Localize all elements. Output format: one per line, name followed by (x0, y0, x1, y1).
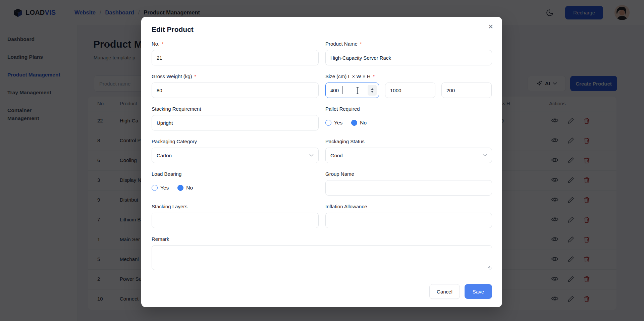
field-no: No.* (152, 41, 319, 65)
field-load-bearing: Load Bearing Yes No (152, 171, 319, 196)
required-asterisk: * (360, 41, 362, 47)
text-caret (342, 86, 342, 94)
field-group-name: Group Name (325, 171, 492, 196)
field-pallet-required: Pallet Required Yes No (325, 106, 492, 130)
chevron-down-icon (309, 154, 314, 157)
size-height-input[interactable] (441, 83, 492, 98)
stacking-requirement-input[interactable] (152, 115, 319, 130)
save-button[interactable]: Save (465, 284, 492, 299)
required-asterisk: * (162, 41, 163, 47)
pallet-required-no-radio[interactable]: No (351, 120, 367, 126)
size-width-input[interactable] (385, 83, 435, 98)
field-label: Stacking Layers (152, 204, 319, 210)
chevron-down-icon (483, 154, 487, 157)
cancel-button[interactable]: Cancel (429, 284, 460, 299)
field-label: Packaging Category (152, 139, 319, 145)
field-remark: Remark (152, 236, 492, 271)
spinner-up-icon[interactable] (371, 88, 374, 90)
close-icon[interactable]: ✕ (488, 23, 493, 30)
field-label: Remark (152, 236, 492, 242)
select-value: Carton (157, 153, 172, 158)
required-asterisk: * (373, 74, 374, 79)
pallet-required-yes-radio[interactable]: Yes (325, 120, 342, 126)
field-label: Group Name (325, 171, 492, 177)
field-packaging-category: Packaging Category Carton (152, 139, 319, 163)
field-label: Inflation Allowance (325, 204, 492, 210)
radio-checked-icon (177, 185, 183, 191)
number-spinner[interactable] (368, 85, 377, 96)
spinner-down-icon[interactable] (371, 91, 374, 93)
inflation-allowance-input[interactable] (325, 213, 492, 228)
load-bearing-yes-radio[interactable]: Yes (152, 185, 169, 191)
modal-footer: Cancel Save (152, 284, 492, 299)
field-size: Size (cm) L × W × H* (325, 73, 492, 98)
radio-unchecked-icon (325, 120, 331, 126)
gross-weight-input[interactable] (152, 83, 319, 98)
radio-unchecked-icon (152, 185, 158, 191)
edit-product-modal: ✕ Edit Product No.* Product Name* Gross … (141, 17, 502, 307)
required-asterisk: * (195, 74, 196, 79)
ibeam-cursor-icon (356, 87, 360, 95)
field-product-name: Product Name* (325, 41, 492, 65)
field-label: Size (cm) L × W × H* (325, 73, 492, 79)
packaging-category-select[interactable]: Carton (152, 148, 319, 163)
field-label: Product Name* (325, 41, 492, 47)
no-input[interactable] (152, 50, 319, 65)
field-label: Packaging Status (325, 139, 492, 145)
product-name-input[interactable] (325, 50, 492, 65)
remark-textarea[interactable] (152, 245, 492, 270)
modal-title: Edit Product (152, 25, 492, 34)
load-bearing-no-radio[interactable]: No (177, 185, 193, 191)
resize-handle-icon[interactable] (487, 265, 490, 269)
stacking-layers-input[interactable] (152, 213, 319, 228)
field-inflation-allowance: Inflation Allowance (325, 204, 492, 228)
field-stacking-layers: Stacking Layers (152, 204, 319, 228)
field-label: No.* (152, 41, 319, 47)
packaging-status-select[interactable]: Good (325, 148, 492, 163)
field-stacking-requirement: Stacking Requirement (152, 106, 319, 130)
select-value: Good (330, 153, 343, 158)
field-label: Stacking Requirement (152, 106, 319, 112)
group-name-input[interactable] (325, 180, 492, 196)
field-label: Pallet Required (325, 106, 492, 112)
radio-checked-icon (351, 120, 357, 126)
field-label: Gross Weight (kg)* (152, 73, 319, 79)
field-label: Load Bearing (152, 171, 319, 177)
field-gross-weight: Gross Weight (kg)* (152, 73, 319, 98)
field-packaging-status: Packaging Status Good (325, 139, 492, 163)
